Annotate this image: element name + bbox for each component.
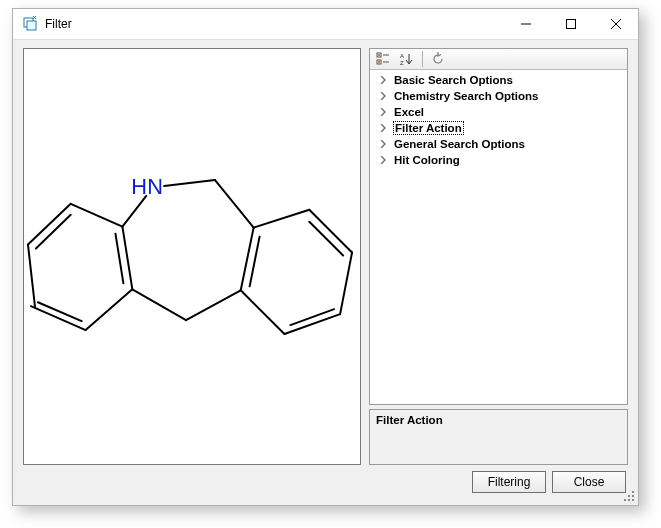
minimize-button[interactable] <box>503 9 548 39</box>
svg-line-11 <box>132 289 186 320</box>
close-button[interactable]: Close <box>552 471 626 493</box>
tree-item-label: Chemistry Search Options <box>394 90 538 102</box>
molecule-drawing: HN <box>24 49 360 464</box>
chevron-right-icon <box>378 75 388 85</box>
svg-line-14 <box>86 289 133 330</box>
svg-line-12 <box>122 196 146 227</box>
tree-item-label: Basic Search Options <box>394 74 513 86</box>
svg-line-29 <box>290 309 334 325</box>
svg-rect-40 <box>632 491 634 493</box>
detail-title: Filter Action <box>376 414 621 426</box>
tree-item-basic-search-options[interactable]: Basic Search Options <box>370 72 627 88</box>
svg-line-17 <box>28 204 71 245</box>
svg-rect-41 <box>628 495 630 497</box>
tree-item-label: General Search Options <box>394 138 525 150</box>
titlebar: Filter <box>13 9 638 39</box>
close-window-button[interactable] <box>593 9 638 39</box>
property-toolbar: A Z <box>369 48 628 70</box>
alphabetical-button[interactable]: A Z <box>396 50 418 68</box>
chevron-right-icon <box>378 123 388 133</box>
chevron-right-icon <box>378 155 388 165</box>
property-detail: Filter Action <box>369 409 628 465</box>
nitrogen-label: HN <box>131 174 163 199</box>
svg-line-8 <box>164 180 215 186</box>
svg-rect-1 <box>27 21 36 30</box>
svg-line-15 <box>31 306 86 330</box>
toolbar-separator <box>422 51 423 67</box>
tree-item-hit-coloring[interactable]: Hit Coloring <box>370 152 627 168</box>
svg-line-23 <box>241 290 285 334</box>
svg-rect-44 <box>628 499 630 501</box>
svg-line-19 <box>115 234 123 284</box>
structure-editor[interactable]: HN <box>23 48 361 465</box>
resize-grip[interactable] <box>622 489 636 503</box>
tree-item-excel[interactable]: Excel <box>370 104 627 120</box>
svg-rect-32 <box>378 54 380 56</box>
svg-text:Z: Z <box>400 60 404 66</box>
tree-item-filter-action[interactable]: Filter Action <box>370 120 627 136</box>
property-tree[interactable]: Basic Search Options Chemistry Search Op… <box>369 70 628 405</box>
svg-line-25 <box>340 253 352 315</box>
svg-line-13 <box>122 227 132 290</box>
window-title: Filter <box>45 17 72 31</box>
svg-rect-45 <box>632 499 634 501</box>
tree-item-label: Filter Action <box>394 122 463 134</box>
chevron-right-icon <box>378 139 388 149</box>
filtering-button[interactable]: Filtering <box>472 471 546 493</box>
svg-line-9 <box>215 180 254 228</box>
chevron-right-icon <box>378 91 388 101</box>
app-icon <box>21 15 39 33</box>
svg-line-26 <box>309 210 352 253</box>
svg-line-16 <box>28 245 35 307</box>
tree-item-label: Excel <box>394 106 424 118</box>
reset-button[interactable] <box>427 50 449 68</box>
tree-item-label: Hit Coloring <box>394 154 460 166</box>
svg-rect-5 <box>566 20 575 29</box>
svg-line-27 <box>254 210 310 228</box>
filter-dialog: Filter <box>12 8 639 506</box>
svg-rect-34 <box>378 61 380 63</box>
tree-item-general-search-options[interactable]: General Search Options <box>370 136 627 152</box>
svg-rect-43 <box>624 499 626 501</box>
svg-rect-42 <box>632 495 634 497</box>
categorized-button[interactable] <box>372 50 394 68</box>
maximize-button[interactable] <box>548 9 593 39</box>
tree-item-chemistry-search-options[interactable]: Chemistry Search Options <box>370 88 627 104</box>
chevron-right-icon <box>378 107 388 117</box>
dialog-footer: Filtering Close <box>23 465 628 499</box>
svg-line-10 <box>186 290 241 320</box>
svg-line-18 <box>71 204 123 227</box>
svg-text:A: A <box>400 53 404 59</box>
client-area: HN A <box>13 39 638 505</box>
